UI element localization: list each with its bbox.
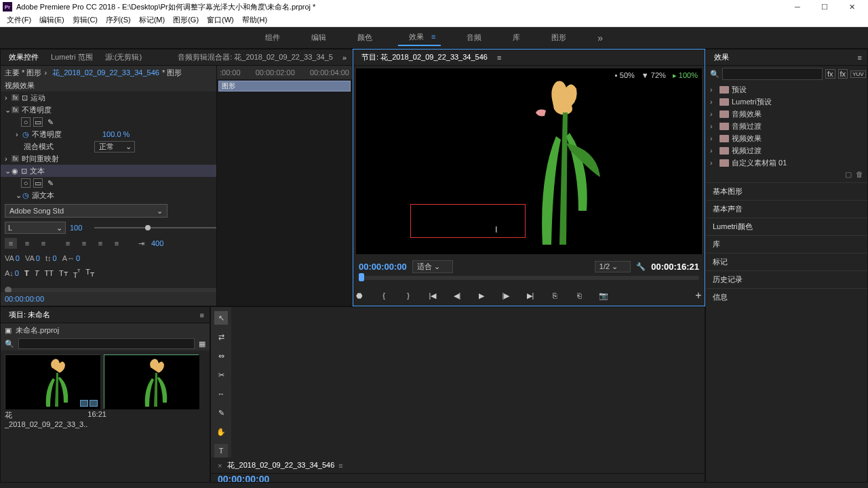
ws-effects[interactable]: 效果 ≡ [398, 29, 441, 46]
ec-clip-link[interactable]: 花_2018_02_09_22_33_34_546 [52, 68, 159, 78]
font-family-select[interactable]: Adobe Song Std⌄ [5, 204, 167, 218]
ws-graphics[interactable]: 图形 [546, 30, 572, 45]
panel-library[interactable]: 库 [706, 235, 867, 253]
menu-marker[interactable]: 标记(M) [135, 15, 170, 25]
leading[interactable]: t↕0 [45, 254, 57, 262]
align-vcenter-icon[interactable]: ≡ [78, 238, 90, 249]
panel-menu-icon[interactable]: ≡ [858, 54, 862, 62]
allcaps-icon[interactable]: TT [44, 269, 53, 277]
menu-edit[interactable]: 编辑(E) [35, 15, 68, 25]
folder-audio-fx[interactable]: ›音频效果 [710, 108, 863, 120]
trash-icon[interactable]: 🗑 [856, 170, 863, 182]
project-tab[interactable]: 项目: 未命名 [6, 308, 53, 321]
project-sequence[interactable] [104, 354, 199, 430]
program-monitor[interactable]: ▪ 50% ▼ 72% ▸ 100% I [356, 68, 702, 254]
fx-badge-icon[interactable]: fx [838, 69, 848, 79]
resolution-select[interactable]: 1/2 ⌄ [595, 261, 631, 272]
align-top-icon[interactable]: ≡ [62, 238, 74, 249]
selection-tool-icon[interactable]: ↖ [214, 311, 228, 325]
slip-tool-icon[interactable]: ↔ [214, 387, 228, 401]
folder-custom-bin[interactable]: ›自定义素材箱 01 [710, 157, 863, 169]
tab-lumetri-scopes[interactable]: Lumetri 范围 [48, 51, 96, 64]
panel-lumetri-color[interactable]: Lumetri颜色 [706, 218, 867, 235]
bracket-in-icon[interactable]: { [378, 289, 390, 302]
ws-assembly[interactable]: 组件 [260, 30, 285, 45]
play-icon[interactable]: ▶ [475, 289, 488, 302]
baseline-shift[interactable]: A↓0 [5, 269, 19, 277]
add-button-icon[interactable]: + [692, 289, 705, 302]
tab-source[interactable]: 源:(无剪辑) [102, 51, 144, 64]
panel-menu-icon[interactable]: ≡ [338, 462, 342, 470]
smallcaps-icon[interactable]: Tᴛ [59, 269, 68, 278]
rect-mask-icon[interactable]: ▭ [33, 117, 43, 127]
ellipse-mask-icon[interactable]: ○ [21, 178, 31, 188]
tracking-value[interactable]: 400 [151, 239, 163, 247]
tab-audio-mixer[interactable]: 音频剪辑混合器: 花_2018_02_09_22_33_34_5 [175, 51, 336, 64]
panel-overflow-icon[interactable]: » [342, 54, 347, 62]
step-back-icon[interactable]: ◀| [451, 289, 463, 302]
menu-help[interactable]: 帮助(H) [238, 15, 271, 25]
rect-mask-icon[interactable]: ▭ [33, 178, 43, 188]
ec-mini-clip[interactable]: 图形 [218, 81, 351, 92]
project-clip[interactable]: 花_2018_02_09_22_33_3..16:21 [5, 354, 100, 430]
track-select-tool-icon[interactable]: ⇄ [214, 330, 228, 344]
eye-icon[interactable]: ◉ [12, 167, 18, 176]
razor-tool-icon[interactable]: ✂ [214, 368, 228, 382]
new-bin-icon[interactable]: ▢ [845, 170, 852, 182]
align-center-icon[interactable]: ≡ [21, 238, 33, 249]
folder-video-fx[interactable]: ›视频效果 [710, 132, 863, 144]
ws-overflow[interactable]: » [592, 30, 608, 46]
ws-editing[interactable]: 编辑 [306, 30, 332, 45]
indent-icon[interactable]: ⇥ [135, 238, 147, 249]
program-current-tc[interactable]: 00:00:00:00 [359, 262, 407, 272]
folder-audio-trans[interactable]: ›音频过渡 [710, 120, 863, 132]
bold-icon[interactable]: T [24, 269, 29, 277]
folder-lumetri[interactable]: ›Lumetri预设 [710, 96, 863, 108]
timeline-timecode[interactable]: 00:00:00:00 [211, 474, 705, 483]
step-fwd-icon[interactable]: |▶ [500, 289, 512, 302]
ripple-tool-icon[interactable]: ⇔ [214, 349, 228, 363]
close-button[interactable]: ✕ [838, 0, 865, 14]
fx-badge-icon[interactable]: fx [825, 69, 835, 79]
menu-sequence[interactable]: 序列(S) [102, 15, 135, 25]
menu-window[interactable]: 窗口(W) [203, 15, 238, 25]
ec-mini-timeline[interactable]: :00:00 00:00:02:00 00:00:04:00 图形 [216, 66, 352, 306]
folder-video-trans[interactable]: ›视频过渡 [710, 144, 863, 157]
panel-markers[interactable]: 标记 [706, 253, 867, 270]
kerning-1[interactable]: VA0 [5, 254, 20, 262]
panel-history[interactable]: 历史记录 [706, 270, 867, 288]
lift-icon[interactable]: ⎘ [549, 289, 561, 302]
align-justify-icon[interactable]: ≡ [111, 238, 123, 249]
program-tab[interactable]: 节目: 花_2018_02_09_22_33_34_546 [359, 51, 490, 64]
stopwatch-icon[interactable]: ◷ [22, 130, 29, 139]
pen-mask-icon[interactable]: ✎ [45, 178, 55, 188]
sequence-tab[interactable]: 花_2018_02_09_22_33_34_546 [227, 460, 334, 470]
program-scrubber[interactable] [359, 276, 699, 285]
bracket-out-icon[interactable]: } [402, 289, 414, 302]
menu-file[interactable]: 文件(F) [3, 15, 35, 25]
zoom-fit-select[interactable]: 适合 ⌄ [412, 260, 453, 273]
panel-essential-sound[interactable]: 基本声音 [706, 200, 867, 218]
pen-mask-icon[interactable]: ✎ [45, 117, 55, 127]
subscript-icon[interactable]: Tᴛ [85, 268, 94, 279]
go-out-icon[interactable]: ▶| [524, 289, 536, 302]
wrench-icon[interactable]: 🔧 [636, 262, 646, 271]
stopwatch-icon[interactable]: ◷ [22, 191, 29, 200]
tsume[interactable]: A↔0 [62, 254, 80, 262]
minimize-button[interactable]: ─ [784, 0, 811, 14]
superscript-icon[interactable]: Tᵀ [73, 268, 81, 279]
ws-audio[interactable]: 音频 [461, 30, 487, 45]
type-tool-icon[interactable]: T [214, 444, 228, 458]
kerning-2[interactable]: VA0 [25, 254, 40, 262]
align-right-icon[interactable]: ≡ [37, 238, 50, 249]
panel-menu-icon[interactable]: ≡ [497, 54, 501, 62]
export-frame-icon[interactable]: 📷 [597, 289, 610, 302]
ws-color[interactable]: 颜色 [352, 30, 378, 45]
go-in-icon[interactable]: |◀ [427, 289, 439, 302]
font-size-value[interactable]: 100 [70, 224, 90, 232]
yuv-badge-icon[interactable]: YUV [850, 70, 865, 78]
folder-presets[interactable]: ›预设 [710, 83, 863, 96]
panel-essential-graphics[interactable]: 基本图形 [706, 182, 867, 200]
font-weight-select[interactable]: L⌄ [5, 222, 66, 234]
effects-search-input[interactable] [722, 68, 823, 80]
